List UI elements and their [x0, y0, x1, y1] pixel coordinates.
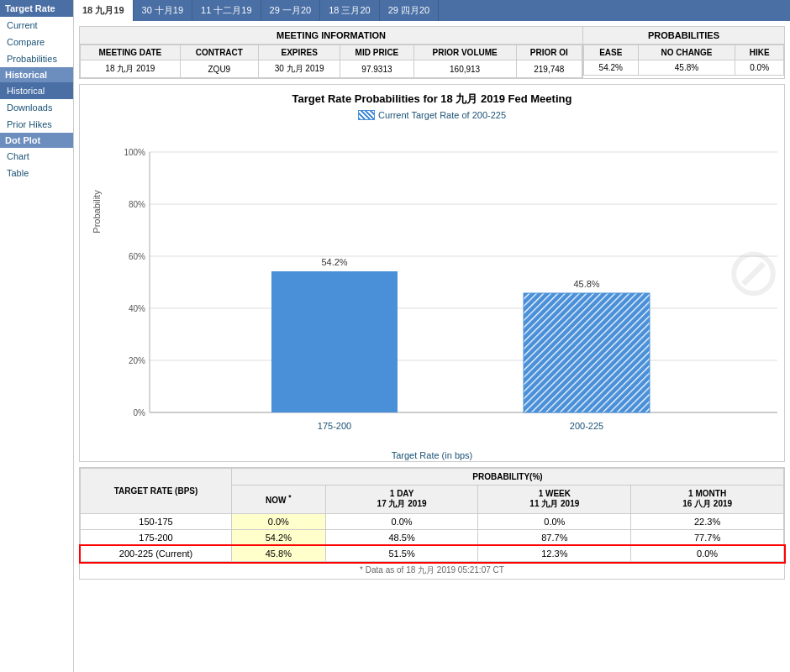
- day1-150-175: 0.0%: [325, 514, 478, 530]
- col-now: NOW *: [232, 486, 326, 514]
- rate-150-175: 150-175: [81, 514, 232, 530]
- month1-200-225: 0.0%: [631, 546, 784, 562]
- legend-icon: [358, 110, 375, 120]
- meeting-info-row: 18 九月 2019 ZQU9 30 九月 2019 97.9313 160,9…: [81, 60, 582, 78]
- svg-text:60%: 60%: [129, 252, 145, 261]
- col-meeting-date: MEETING DATE: [81, 45, 181, 60]
- table-footnote: * Data as of 18 九月 2019 05:21:07 CT: [80, 562, 784, 579]
- col-mid-price: MID PRICE: [340, 45, 413, 60]
- col-1month: 1 MONTH16 八月 2019: [631, 486, 784, 514]
- meeting-date-val: 18 九月 2019: [81, 60, 181, 78]
- chart-legend: Current Target Rate of 200-225: [87, 110, 777, 120]
- chart-svg: 0% 20% 40% 60% 80% 100% 54.2% 175-200: [103, 127, 777, 446]
- sidebar-header-target-rate[interactable]: Target Rate: [0, 0, 73, 17]
- sidebar-item-chart[interactable]: Chart: [0, 148, 73, 165]
- probabilities-title: PROBABILITIES: [583, 27, 784, 45]
- week1-150-175: 0.0%: [478, 514, 631, 530]
- col-hike: HIKE: [735, 45, 784, 60]
- sidebar-item-downloads[interactable]: Downloads: [0, 99, 73, 116]
- chart-area: Target Rate Probabilities for 18 九月 2019…: [79, 84, 785, 462]
- bar-chart-container: Probability 0%: [95, 127, 769, 454]
- probabilities-block: PROBABILITIES EASE NO CHANGE HIKE 54.2% …: [582, 27, 784, 78]
- prob-table: TARGET RATE (BPS) PROBABILITY(%) NOW * 1…: [80, 468, 784, 562]
- prior-volume-val: 160,913: [413, 60, 516, 78]
- col-1day: 1 DAY17 九月 2019: [325, 486, 478, 514]
- svg-text:100%: 100%: [124, 148, 145, 157]
- sidebar-item-compare[interactable]: Compare: [0, 34, 73, 50]
- col-1week: 1 WEEK11 九月 2019: [478, 486, 631, 514]
- main-content: 18 九月19 30 十月19 11 十二月19 29 一月20 18 三月20…: [74, 0, 790, 672]
- sidebar-item-current[interactable]: Current: [0, 17, 73, 34]
- prob-table-header-row1: TARGET RATE (BPS) PROBABILITY(%): [81, 469, 784, 486]
- svg-text:40%: 40%: [129, 304, 145, 313]
- tab-mar20[interactable]: 18 三月20: [320, 0, 380, 21]
- meeting-info-title: MEETING INFORMATION: [80, 27, 582, 45]
- week1-200-225: 12.3%: [478, 546, 631, 562]
- mid-price-val: 97.9313: [340, 60, 413, 78]
- svg-text:54.2%: 54.2%: [321, 257, 347, 267]
- table-row-175-200: 175-200 54.2% 48.5% 87.7% 77.7%: [81, 530, 784, 546]
- expires-val: 30 九月 2019: [259, 60, 340, 78]
- bar-200-225: [524, 293, 650, 412]
- probabilities-row: 54.2% 45.8% 0.0%: [584, 60, 784, 76]
- app-container: Target Rate Current Compare Probabilitie…: [0, 0, 790, 672]
- tab-apr20[interactable]: 29 四月20: [380, 0, 440, 21]
- svg-text:80%: 80%: [129, 200, 145, 209]
- col-target-rate-bps: TARGET RATE (BPS): [81, 469, 232, 514]
- meeting-info-table: MEETING DATE CONTRACT EXPIRES MID PRICE …: [80, 45, 582, 78]
- day1-175-200: 48.5%: [325, 530, 478, 546]
- table-row-200-225-current: 200-225 (Current) 45.8% 51.5% 12.3% 0.0%: [81, 546, 784, 562]
- rate-175-200: 175-200: [81, 530, 232, 546]
- now-150-175: 0.0%: [232, 514, 326, 530]
- col-ease: EASE: [584, 45, 639, 60]
- x-axis-label: Target Rate (in bps): [95, 450, 769, 460]
- tab-dec19[interactable]: 11 十二月19: [192, 0, 261, 21]
- legend-label: Current Target Rate of 200-225: [378, 110, 506, 120]
- sidebar-item-table[interactable]: Table: [0, 165, 73, 181]
- week1-175-200: 87.7%: [478, 530, 631, 546]
- y-axis-label: Probability: [92, 190, 102, 233]
- svg-text:0%: 0%: [134, 408, 146, 417]
- chart-title: Target Rate Probabilities for 18 九月 2019…: [87, 92, 777, 107]
- info-section: MEETING INFORMATION MEETING DATE CONTRAC…: [79, 26, 785, 79]
- tabs-bar: 18 九月19 30 十月19 11 十二月19 29 一月20 18 三月20…: [74, 0, 790, 21]
- col-expires: EXPIRES: [259, 45, 340, 60]
- sidebar-item-prior-hikes[interactable]: Prior Hikes: [0, 116, 73, 133]
- svg-text:175-200: 175-200: [318, 421, 351, 431]
- sidebar: Target Rate Current Compare Probabilitie…: [0, 0, 74, 672]
- sidebar-item-historical[interactable]: Historical: [0, 82, 73, 99]
- sidebar-group-dot-plot: Dot Plot: [0, 133, 73, 148]
- rate-200-225: 200-225 (Current): [81, 546, 232, 562]
- meeting-info-block: MEETING INFORMATION MEETING DATE CONTRAC…: [80, 27, 582, 78]
- tab-oct19[interactable]: 30 十月19: [134, 0, 193, 21]
- col-prior-volume: PRIOR VOLUME: [413, 45, 516, 60]
- prob-table-section: TARGET RATE (BPS) PROBABILITY(%) NOW * 1…: [79, 467, 785, 580]
- prior-oi-val: 219,748: [516, 60, 582, 78]
- no-change-val: 45.8%: [638, 60, 735, 76]
- svg-text:200-225: 200-225: [570, 421, 603, 431]
- bar-175-200: [271, 271, 398, 412]
- month1-175-200: 77.7%: [631, 530, 784, 546]
- svg-text:⊘: ⊘: [725, 235, 777, 309]
- hike-val: 0.0%: [735, 60, 784, 76]
- svg-text:45.8%: 45.8%: [573, 279, 599, 289]
- col-probability-pct: PROBABILITY(%): [232, 469, 784, 486]
- col-contract: CONTRACT: [180, 45, 258, 60]
- ease-val: 54.2%: [584, 60, 639, 76]
- col-prior-oi: PRIOR OI: [516, 45, 582, 60]
- day1-200-225: 51.5%: [325, 546, 478, 562]
- sidebar-group-historical: Historical: [0, 67, 73, 82]
- col-no-change: NO CHANGE: [638, 45, 735, 60]
- probabilities-table: EASE NO CHANGE HIKE 54.2% 45.8% 0.0%: [583, 45, 784, 76]
- svg-text:20%: 20%: [129, 356, 145, 365]
- month1-150-175: 22.3%: [631, 514, 784, 530]
- now-175-200: 54.2%: [232, 530, 326, 546]
- table-row-150-175: 150-175 0.0% 0.0% 0.0% 22.3%: [81, 514, 784, 530]
- tab-sep19[interactable]: 18 九月19: [74, 0, 134, 21]
- sidebar-item-probabilities[interactable]: Probabilities: [0, 50, 73, 67]
- tab-jan20[interactable]: 29 一月20: [261, 0, 321, 21]
- contract-val: ZQU9: [180, 60, 258, 78]
- now-200-225: 45.8%: [232, 546, 326, 562]
